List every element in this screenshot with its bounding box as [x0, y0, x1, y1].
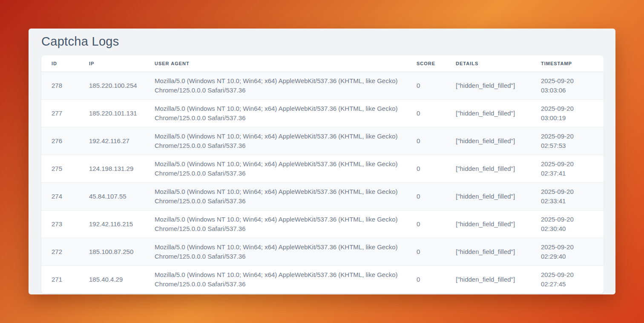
table-row: 272185.100.87.250Mozilla/5.0 (Windows NT… — [41, 238, 604, 266]
cell-id: 272 — [41, 238, 82, 266]
cell-timestamp: 2025-09-20 02:29:40 — [534, 238, 604, 266]
cell-id: 276 — [41, 127, 82, 155]
cell-score: 0 — [410, 266, 449, 294]
table-row: 277185.220.101.131Mozilla/5.0 (Windows N… — [41, 100, 604, 127]
cell-user-agent: Mozilla/5.0 (Windows NT 10.0; Win64; x64… — [148, 211, 410, 238]
cell-id: 277 — [41, 100, 82, 127]
table-row: 273192.42.116.215Mozilla/5.0 (Windows NT… — [41, 211, 604, 238]
table-row: 278185.220.100.254Mozilla/5.0 (Windows N… — [41, 72, 604, 100]
captcha-logs-card: Captcha Logs ID IP USER AGENT SCORE DETA… — [29, 29, 615, 294]
table-row: 271185.40.4.29Mozilla/5.0 (Windows NT 10… — [41, 266, 604, 294]
cell-timestamp: 2025-09-20 02:57:53 — [534, 127, 604, 155]
cell-details: ["hidden_field_filled"] — [449, 183, 534, 211]
cell-ip: 185.220.101.131 — [82, 100, 148, 127]
cell-user-agent: Mozilla/5.0 (Windows NT 10.0; Win64; x64… — [148, 72, 410, 100]
table-row: 275124.198.131.29Mozilla/5.0 (Windows NT… — [41, 155, 604, 183]
cell-id: 275 — [41, 155, 82, 183]
cell-score: 0 — [410, 72, 449, 100]
cell-details: ["hidden_field_filled"] — [449, 72, 534, 100]
column-header-details: DETAILS — [449, 55, 534, 72]
cell-id: 274 — [41, 183, 82, 211]
cell-timestamp: 2025-09-20 03:00:19 — [534, 100, 604, 127]
table-header-row: ID IP USER AGENT SCORE DETAILS TIMESTAMP — [41, 55, 604, 72]
cell-details: ["hidden_field_filled"] — [449, 211, 534, 238]
table-row: 276192.42.116.27Mozilla/5.0 (Windows NT … — [41, 127, 604, 155]
column-header-ip: IP — [82, 55, 148, 72]
table-body: 278185.220.100.254Mozilla/5.0 (Windows N… — [41, 72, 604, 294]
cell-details: ["hidden_field_filled"] — [449, 100, 534, 127]
cell-score: 0 — [410, 100, 449, 127]
table-row: 27445.84.107.55Mozilla/5.0 (Windows NT 1… — [41, 183, 604, 211]
cell-user-agent: Mozilla/5.0 (Windows NT 10.0; Win64; x64… — [148, 238, 410, 266]
cell-details: ["hidden_field_filled"] — [449, 266, 534, 294]
cell-id: 273 — [41, 211, 82, 238]
cell-user-agent: Mozilla/5.0 (Windows NT 10.0; Win64; x64… — [148, 183, 410, 211]
cell-user-agent: Mozilla/5.0 (Windows NT 10.0; Win64; x64… — [148, 127, 410, 155]
logs-table: ID IP USER AGENT SCORE DETAILS TIMESTAMP… — [41, 55, 604, 294]
cell-timestamp: 2025-09-20 02:37:41 — [534, 155, 604, 183]
cell-ip: 124.198.131.29 — [82, 155, 148, 183]
cell-details: ["hidden_field_filled"] — [449, 238, 534, 266]
cell-details: ["hidden_field_filled"] — [449, 127, 534, 155]
cell-details: ["hidden_field_filled"] — [449, 155, 534, 183]
cell-score: 0 — [410, 211, 449, 238]
cell-ip: 185.100.87.250 — [82, 238, 148, 266]
cell-user-agent: Mozilla/5.0 (Windows NT 10.0; Win64; x64… — [148, 266, 410, 294]
column-header-score: SCORE — [410, 55, 449, 72]
logs-table-container: ID IP USER AGENT SCORE DETAILS TIMESTAMP… — [41, 55, 604, 294]
cell-score: 0 — [410, 238, 449, 266]
column-header-timestamp: TIMESTAMP — [534, 55, 604, 72]
cell-ip: 185.40.4.29 — [82, 266, 148, 294]
cell-id: 271 — [41, 266, 82, 294]
cell-timestamp: 2025-09-20 02:27:45 — [534, 266, 604, 294]
cell-score: 0 — [410, 155, 449, 183]
cell-ip: 192.42.116.27 — [82, 127, 148, 155]
cell-timestamp: 2025-09-20 02:33:41 — [534, 183, 604, 211]
cell-user-agent: Mozilla/5.0 (Windows NT 10.0; Win64; x64… — [148, 100, 410, 127]
cell-ip: 185.220.100.254 — [82, 72, 148, 100]
cell-user-agent: Mozilla/5.0 (Windows NT 10.0; Win64; x64… — [148, 155, 410, 183]
cell-timestamp: 2025-09-20 03:03:06 — [534, 72, 604, 100]
column-header-id: ID — [41, 55, 82, 72]
cell-score: 0 — [410, 127, 449, 155]
cell-score: 0 — [410, 183, 449, 211]
cell-id: 278 — [41, 72, 82, 100]
cell-ip: 45.84.107.55 — [82, 183, 148, 211]
cell-timestamp: 2025-09-20 02:30:40 — [534, 211, 604, 238]
cell-ip: 192.42.116.215 — [82, 211, 148, 238]
column-header-user-agent: USER AGENT — [148, 55, 410, 72]
page-title: Captcha Logs — [41, 35, 119, 49]
